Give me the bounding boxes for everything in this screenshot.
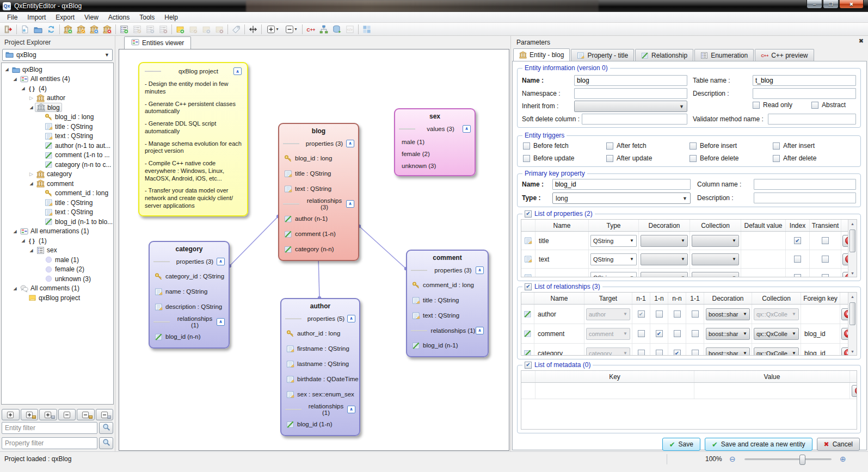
trigger-before-insert[interactable]: Before insert xyxy=(690,142,737,150)
dropdown[interactable]: ▼ xyxy=(641,235,688,247)
checkbox[interactable] xyxy=(523,155,530,162)
soft-delete-input[interactable] xyxy=(582,114,687,125)
cancel-button[interactable]: ✖ Cancel xyxy=(817,438,860,451)
edit-comment-button[interactable] xyxy=(187,23,200,35)
cpp-export-button[interactable]: C++ xyxy=(304,23,317,35)
namespace-input[interactable] xyxy=(574,88,687,99)
add-comment-button[interactable] xyxy=(174,23,187,35)
menu-item-view[interactable]: View xyxy=(79,13,103,22)
refresh-button[interactable] xyxy=(45,23,58,35)
tree-item-category[interactable]: ▷category xyxy=(2,170,113,179)
add-enumeration-button[interactable] xyxy=(118,23,131,35)
menu-item-export[interactable]: Export xyxy=(51,13,79,22)
checkbox[interactable] xyxy=(656,330,663,337)
entity-filter-input[interactable] xyxy=(2,422,97,434)
zoom-out-button[interactable]: ▾ xyxy=(282,23,300,35)
abstract-checkbox-group[interactable]: Abstract xyxy=(811,101,846,109)
scroll-down-icon[interactable]: ▼ xyxy=(848,347,857,355)
dropdown[interactable]: ▼ xyxy=(692,253,739,265)
tab-enumeration[interactable]: Enumeration xyxy=(694,49,754,61)
entity-box-blog[interactable]: blog properties (3) ∧blog_id : longtitle… xyxy=(278,123,359,261)
delete-row-button[interactable]: ✖ xyxy=(852,385,857,397)
entity-box-sex[interactable]: sex values (3) ∧male (1)female (2)unknow… xyxy=(394,108,476,176)
menu-item-import[interactable]: Import xyxy=(22,13,51,22)
dropdown[interactable]: comment▼ xyxy=(586,328,630,340)
zoom-slider[interactable] xyxy=(744,458,832,460)
abstract-checkbox[interactable] xyxy=(811,102,818,109)
trigger-before-update[interactable]: Before update xyxy=(523,154,574,162)
entity-box-author[interactable]: author properties (5) ∧author_id : longf… xyxy=(280,298,360,436)
tree-item-qxblog-project[interactable]: qxBlog project xyxy=(2,293,113,303)
dropdown[interactable]: ▼ xyxy=(641,253,688,265)
checkbox[interactable] xyxy=(656,350,663,355)
collapse-section-button[interactable]: ∧ xyxy=(347,406,355,413)
menu-item-file[interactable]: File xyxy=(2,13,22,22)
table-scrollbar[interactable]: ▲▼ xyxy=(848,293,857,355)
exit-button[interactable] xyxy=(2,23,15,35)
expanded-arrow-icon[interactable]: ◢ xyxy=(3,67,10,72)
delete-enumeration-button[interactable] xyxy=(157,23,170,35)
fit-view-button[interactable] xyxy=(247,23,260,35)
description-input[interactable] xyxy=(753,88,856,99)
tree-item-all-entities-4[interactable]: ◢All entities (4) xyxy=(2,74,113,84)
tab-relationship[interactable]: Relationship xyxy=(635,49,693,61)
checkbox[interactable] xyxy=(656,310,663,318)
readonly-checkbox[interactable] xyxy=(753,102,760,109)
expanded-arrow-icon[interactable]: ◢ xyxy=(11,77,19,82)
tree-item-comment-1-n-to[interactable]: comment (1-n to ... xyxy=(2,151,113,160)
checkbox[interactable] xyxy=(638,350,645,355)
collapse-properties-button[interactable] xyxy=(96,409,114,420)
expanded-arrow-icon[interactable]: ◢ xyxy=(11,286,19,291)
tree-item-blog[interactable]: ◢blog xyxy=(2,103,113,113)
tab-property-title[interactable]: Property - title xyxy=(571,49,634,61)
project-note[interactable]: qxBlog project ∧- Design the entity mode… xyxy=(138,62,248,216)
checkbox[interactable] xyxy=(692,330,699,337)
tag-button[interactable] xyxy=(230,23,243,35)
collapse-section-button[interactable]: ∧ xyxy=(217,318,225,326)
inherit-from-dropdown[interactable]: ▼ xyxy=(574,101,687,112)
minimize-button[interactable]: – xyxy=(807,0,822,9)
checkbox[interactable] xyxy=(773,142,780,150)
trigger-after-update[interactable]: After update xyxy=(606,154,652,162)
tree-item-all-enumerations-1[interactable]: ◢All enumerations (1) xyxy=(2,227,113,237)
table-row[interactable]: authorauthor▼boost::shar▼qx::QxColle▼✖ xyxy=(521,305,857,324)
table-row[interactable]: titleQString▼▼▼✖ xyxy=(521,232,857,250)
open-project-button[interactable] xyxy=(32,23,45,35)
project-selector-combo[interactable]: qxBlog ▼ xyxy=(2,49,113,61)
dropdown[interactable]: category▼ xyxy=(586,347,630,356)
list-of-metadata-checkbox[interactable] xyxy=(525,362,532,369)
zoom-slider-handle[interactable] xyxy=(799,455,805,465)
table-scrollbar[interactable]: ▲▼ xyxy=(848,220,857,277)
tree-item-title-qstring[interactable]: title : QString xyxy=(2,122,113,132)
tab-entities-viewer[interactable]: Entities viewer xyxy=(124,36,191,49)
checkbox[interactable] xyxy=(773,155,780,162)
zoom-in-button[interactable]: ▾ xyxy=(263,23,282,35)
dropdown[interactable]: qx::QxColle▼ xyxy=(754,328,799,340)
tree-item-blog-id-long[interactable]: blog_id : long xyxy=(2,113,113,122)
checkbox[interactable] xyxy=(794,274,801,277)
checkbox[interactable] xyxy=(674,330,681,337)
collapse-section-button[interactable]: ∧ xyxy=(463,125,471,133)
tree-item-blog-id-n-1-to-blo[interactable]: blog_id (n-1 to blo... xyxy=(2,217,113,227)
collapsed-arrow-icon[interactable]: ▷ xyxy=(28,171,35,177)
dropdown[interactable]: boost::shar▼ xyxy=(706,308,750,320)
trigger-after-insert[interactable]: After insert xyxy=(773,142,815,150)
tree-item-title-qstring[interactable]: title : QString xyxy=(2,198,113,208)
collapse-section-button[interactable]: ∧ xyxy=(476,266,484,274)
expanded-arrow-icon[interactable]: ◢ xyxy=(28,248,35,253)
trigger-before-delete[interactable]: Before delete xyxy=(690,154,738,162)
save-and-create-button[interactable]: ✔ Save and create a new entity xyxy=(705,438,812,451)
collapse-section-button[interactable]: ∧ xyxy=(346,200,354,208)
tree-item-comment[interactable]: ◢comment xyxy=(2,179,113,189)
scroll-up-icon[interactable]: ▲ xyxy=(848,220,857,227)
tree-item-4[interactable]: ◢{ }(4) xyxy=(2,84,113,94)
entity-name-input[interactable] xyxy=(574,75,687,86)
pk-column-input[interactable] xyxy=(754,179,856,190)
network-export-button[interactable] xyxy=(317,23,330,35)
list-of-properties-checkbox[interactable] xyxy=(525,210,532,218)
checkbox[interactable] xyxy=(638,310,645,318)
tree-item-male-1[interactable]: male (1) xyxy=(2,255,113,265)
tree-item-text-qstring[interactable]: text : QString xyxy=(2,132,113,141)
database-export-button[interactable] xyxy=(330,23,343,35)
checkbox[interactable] xyxy=(692,350,699,355)
